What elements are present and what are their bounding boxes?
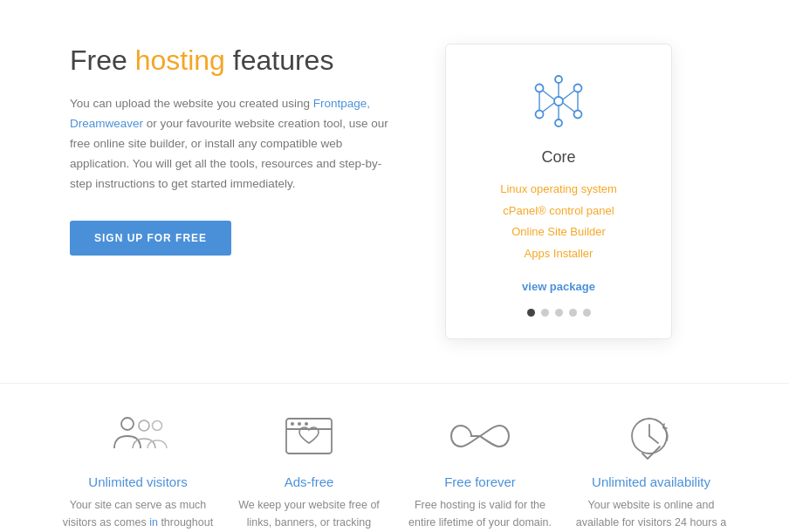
- svg-point-1: [536, 85, 544, 92]
- dot-5[interactable]: [583, 309, 591, 317]
- ads-free-title: Ads-free: [285, 474, 334, 489]
- feature-item-1: Linux operating system: [472, 179, 645, 201]
- feature-unlimited-availability: Unlimited availability Your website is o…: [573, 410, 730, 532]
- view-package-link[interactable]: view package: [522, 280, 595, 293]
- dot-1[interactable]: [527, 309, 535, 317]
- svg-line-10: [563, 103, 574, 112]
- browser-heart-icon: [282, 410, 336, 462]
- free-forever-title: Free forever: [444, 474, 516, 489]
- feature-unlimited-visitors: Unlimited visitors Your site can serve a…: [59, 410, 216, 532]
- svg-point-17: [153, 421, 162, 431]
- dot-2[interactable]: [541, 309, 549, 317]
- feature-item-4: Apps Installer: [472, 243, 645, 265]
- unlimited-visitors-title: Unlimited visitors: [88, 474, 187, 489]
- clock-check-icon: [625, 410, 677, 462]
- svg-point-0: [554, 97, 563, 106]
- people-icon: [107, 410, 168, 462]
- bottom-section: Unlimited visitors Your site can serve a…: [0, 383, 789, 532]
- svg-point-21: [298, 422, 301, 426]
- card-icon-area: [472, 71, 645, 134]
- unlimited-availability-desc: Your website is online and available for…: [573, 496, 730, 532]
- left-content: Free hosting features You can upload the…: [70, 44, 436, 256]
- card-dots: [472, 309, 645, 317]
- right-card-area: Core Linux operating system cPanel® cont…: [436, 44, 681, 339]
- signup-button[interactable]: SIGN UP FOR FREE: [70, 221, 231, 256]
- svg-point-15: [121, 418, 134, 430]
- svg-point-4: [574, 111, 582, 119]
- svg-line-8: [563, 91, 574, 99]
- svg-point-22: [305, 422, 308, 426]
- title-highlight: hosting: [135, 44, 225, 76]
- inline-link: in: [149, 516, 158, 529]
- dot-3[interactable]: [555, 309, 563, 317]
- main-description: You can upload the website you created u…: [70, 94, 401, 194]
- svg-point-2: [574, 85, 582, 92]
- svg-line-9: [543, 103, 554, 112]
- dot-4[interactable]: [569, 309, 577, 317]
- feature-free-forever: Free forever Free hosting is valid for t…: [401, 410, 559, 532]
- feature-card: Core Linux operating system cPanel® cont…: [445, 44, 672, 339]
- svg-line-25: [649, 436, 658, 443]
- svg-point-5: [555, 76, 562, 83]
- svg-point-16: [139, 420, 149, 431]
- network-icon: [472, 71, 645, 134]
- feature-item-3: Online Site Builder: [472, 222, 645, 243]
- unlimited-visitors-desc: Your site can serve as much visitors as …: [59, 496, 216, 532]
- ads-free-desc: We keep your website free of links, bann…: [230, 496, 388, 532]
- card-title: Core: [472, 148, 645, 167]
- svg-point-6: [555, 119, 562, 126]
- svg-line-7: [543, 91, 554, 99]
- svg-point-20: [291, 422, 294, 426]
- main-title: Free hosting features: [70, 44, 401, 77]
- infinity-icon: [449, 410, 511, 462]
- main-section: Free hosting features You can upload the…: [0, 0, 789, 374]
- free-forever-desc: Free hosting is valid for the entire lif…: [401, 496, 559, 531]
- feature-ads-free: Ads-free We keep your website free of li…: [230, 410, 388, 532]
- feature-item-2: cPanel® control panel: [472, 201, 645, 222]
- card-features: Linux operating system cPanel® control p…: [472, 179, 645, 265]
- svg-point-3: [536, 111, 544, 119]
- frontpage-link: Frontpage, Dreamweaver: [70, 97, 370, 130]
- unlimited-availability-title: Unlimited availability: [592, 474, 710, 489]
